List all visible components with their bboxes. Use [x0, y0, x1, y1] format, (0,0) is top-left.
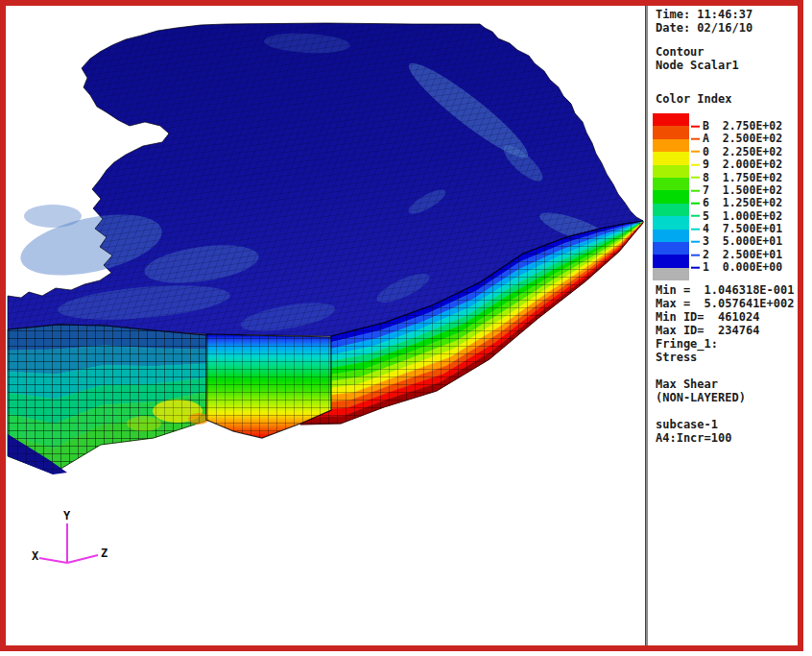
axis-triad-lines: [39, 523, 98, 563]
legend-annotation: A 2.500E+02: [689, 133, 782, 145]
legend-annotation: 9 2.000E+02: [689, 158, 782, 171]
legend-tick: [691, 267, 700, 269]
legend-color-swatch: [653, 204, 689, 216]
result-annotation-panel: Time: 11:46:37 Date: 02/16/10 Contour No…: [649, 6, 798, 645]
legend-annotation: 6 1.250E+02: [689, 197, 782, 209]
legend-label: A 2.500E+02: [703, 134, 782, 145]
legend-label: 0 2.250E+02: [703, 146, 782, 158]
legend-color-swatch: [653, 255, 689, 267]
legend-color-swatch: [653, 139, 689, 152]
max-node-id: Max ID= 234764: [649, 324, 798, 337]
legend-color-swatch: [653, 152, 689, 164]
legend-color-swatch: [653, 190, 689, 203]
legend-label: 1 0.000E+00: [703, 262, 782, 274]
legend-annotation: 3 5.000E+01: [689, 235, 782, 248]
legend-annotation: 0 2.250E+02: [689, 145, 782, 158]
legend-label: 9 2.000E+02: [703, 159, 782, 171]
axis-y-label: Y: [63, 509, 71, 522]
legend-color-swatch: [653, 165, 689, 178]
legend-label: 2 2.500E+01: [703, 250, 782, 261]
mesh-left-slope-details: [8, 325, 209, 474]
legend-label: 6 1.250E+02: [703, 198, 782, 209]
increment-name: A4:Incr=100: [649, 431, 798, 445]
legend-annotation: B 2.750E+02: [689, 120, 782, 133]
viewport-panel-divider: [645, 6, 648, 645]
max-value: Max = 5.057641E+002: [649, 297, 798, 310]
legend-tick: [691, 241, 700, 243]
axis-triad: Y X Z: [32, 509, 107, 563]
time-stamp: Time: 11:46:37: [649, 8, 798, 21]
legend-title: Color Index: [649, 92, 798, 106]
legend-annotation: 7 1.500E+02: [689, 184, 782, 197]
legend-color-swatch: [653, 126, 689, 138]
subcase-block: subcase-1 A4:Incr=100: [649, 418, 798, 445]
legend-title-block: Color Index: [649, 92, 798, 106]
min-node-id: Min ID= 461024: [649, 310, 798, 324]
color-index-legend: B 2.750E+02A 2.500E+020 2.250E+029 2.000…: [649, 113, 798, 280]
plot-target-label: Node Scalar1: [649, 59, 798, 72]
plot-type-label: Contour: [649, 45, 798, 59]
legend-tick: [691, 125, 700, 127]
datetime-block: Time: 11:46:37 Date: 02/16/10: [649, 8, 798, 35]
legend-label: 7 1.500E+02: [703, 185, 782, 197]
derivation-line2: (NON-LAYERED): [649, 391, 798, 404]
model-viewport[interactable]: Y X Z: [6, 6, 645, 645]
legend-annotation: 8 1.750E+02: [689, 171, 782, 183]
legend-tick: [691, 254, 700, 255]
legend-tick: [691, 177, 700, 179]
legend-annotation: 1 0.000E+00: [689, 261, 782, 274]
legend-label: B 2.750E+02: [703, 121, 782, 133]
result-type-block: Contour Node Scalar1: [649, 45, 798, 72]
legend-color-swatch: [653, 242, 689, 255]
legend-tick: [691, 189, 700, 191]
legend-label: 4 7.500E+01: [703, 224, 782, 235]
legend-tick: [691, 203, 700, 205]
subcase-name: subcase-1: [649, 418, 798, 431]
legend-tick: [691, 215, 700, 217]
legend-color-swatch: [653, 230, 689, 242]
legend-tick: [691, 151, 700, 153]
fea-mesh: [8, 23, 643, 474]
axis-z-label: Z: [101, 547, 107, 560]
legend-annotation: 4 7.500E+01: [689, 223, 782, 235]
legend-annotation: 5 1.000E+02: [689, 209, 782, 222]
fringe-name: Fringe_1:: [649, 337, 798, 351]
fringe-quantity: Stress: [649, 351, 798, 364]
derivation-line1: Max Shear: [649, 377, 798, 391]
legend-annotation: 2 2.500E+01: [689, 249, 782, 261]
shallow-region-patch: [24, 205, 82, 228]
legend-row: B 2.750E+02: [653, 113, 798, 126]
patran-graphics-window: Y X Z Time: 11:46:37 Date: 02/16/10 Cont…: [0, 0, 812, 656]
date-stamp: Date: 02/16/10: [649, 21, 798, 35]
legend-tick: [691, 138, 700, 140]
derivation-block: Max Shear (NON-LAYERED): [649, 377, 798, 404]
legend-label: 3 5.000E+01: [703, 236, 782, 248]
legend-underflow-swatch: [653, 268, 689, 280]
axis-x-label: X: [32, 549, 39, 563]
legend-color-swatch: [653, 216, 689, 229]
legend-tick: [691, 229, 700, 231]
legend-color-swatch: [653, 113, 689, 126]
min-max-block: Min = 1.046318E-001 Max = 5.057641E+002 …: [649, 283, 798, 364]
legend-label: 8 1.750E+02: [703, 172, 782, 183]
legend-tick: [691, 164, 700, 166]
min-value: Min = 1.046318E-001: [649, 283, 798, 297]
legend-label: 5 1.000E+02: [703, 210, 782, 222]
legend-color-swatch: [653, 178, 689, 190]
